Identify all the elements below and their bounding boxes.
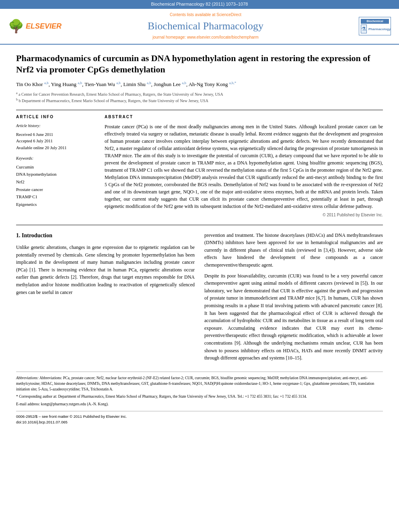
accepted-date: Accepted 6 July 2011 <box>16 138 97 145</box>
corresponding-footnote: * Corresponding author at: Department of… <box>16 394 383 399</box>
affil-a: a a Center for Cancer Prevention Researc… <box>16 91 383 97</box>
abstract-text: Prostate cancer (PCa) is one of the most… <box>105 123 383 210</box>
bp-logo-box: Biochemical ⚗ Pharmacology <box>359 17 391 35</box>
doi-text: doi:10.1016/j.bcp.2011.07.065 <box>16 419 383 425</box>
keyword-curcumin: Curcumin <box>16 163 97 171</box>
body-col-right: prevention and treatment. The histone de… <box>204 232 383 365</box>
homepage-label: journal homepage: <box>152 35 186 39</box>
authors-line: Tin Oo Khor a,b, Ying Huang a,b, Tien-Yu… <box>16 80 383 88</box>
issn-text: 0006-2952/$ – see front matter © 2011 Pu… <box>16 414 383 419</box>
footnotes-area: Abbreviations: Abbreviations: PCa, prost… <box>16 372 383 407</box>
keyword-epigenetics: Epigenetics <box>16 201 97 208</box>
abbreviations-text: Abbreviations: PCa, prostate cancer; Nrf… <box>16 376 374 392</box>
intro-paragraph2: prevention and treatment. The histone de… <box>204 232 383 269</box>
sciencedirect-name[interactable]: ScienceDirect <box>216 12 241 17</box>
section-divider <box>16 225 383 225</box>
article-info-header: ARTICLE INFO <box>16 114 97 120</box>
body-two-col: 1. Introduction Unlike genetic alteratio… <box>16 232 383 365</box>
bottom-bar: 0006-2952/$ – see front matter © 2011 Pu… <box>16 411 383 425</box>
article-title: Pharmacodynamics of curcumin as DNA hypo… <box>16 53 383 76</box>
affil-b: b b Department of Pharmaceutics, Ernest … <box>16 97 383 104</box>
contents-label: Contents lists available at <box>170 12 215 17</box>
journal-center-header: Contents lists available at ScienceDirec… <box>52 12 359 41</box>
introduction-title: 1. Introduction <box>16 232 195 240</box>
affiliations: a a Center for Cancer Prevention Researc… <box>16 91 383 104</box>
intro-paragraph3: Despite its poor bioavailability, curcum… <box>204 272 383 362</box>
journal-header: 🌳 ELSEVIER Contents lists available at S… <box>0 9 399 45</box>
elsevier-tree-icon: 🌳 <box>8 20 24 33</box>
abbrev-label: Abbreviations: <box>16 376 39 380</box>
keyword-dna: DNA hypomethylation <box>16 170 97 178</box>
elsevier-logo: 🌳 ELSEVIER <box>8 20 44 33</box>
homepage-url[interactable]: www.elsevier.com/locate/biochempharm <box>187 35 259 39</box>
abstract-col: ABSTRACT Prostate cancer (PCa) is one of… <box>105 114 383 218</box>
keywords-section: Keywords: Curcumin DNA hypomethylation N… <box>16 156 97 208</box>
section-title-text: Introduction <box>22 232 52 238</box>
bp-logo-top: Biochemical <box>361 19 389 24</box>
body-col-left: 1. Introduction Unlike genetic alteratio… <box>16 232 195 365</box>
keywords-label: Keywords: <box>16 156 97 162</box>
keyword-nrf2: Nrf2 <box>16 178 97 186</box>
history-label: Article history: <box>16 123 97 129</box>
email-text: E-mail address: kongt@pharmacy.rutgers.e… <box>16 402 109 406</box>
article-info-abstract: ARTICLE INFO Article history: Received 6… <box>16 110 383 218</box>
abbreviations-footnote: Abbreviations: Abbreviations: PCa, prost… <box>16 375 383 392</box>
journal-citation-bar: Biochemical Pharmacology 82 (2011) 1073–… <box>0 0 399 9</box>
bp-logo-text: Pharmacology <box>368 27 391 31</box>
email-footnote: E-mail address: kongt@pharmacy.rutgers.e… <box>16 401 383 407</box>
article-info-col: ARTICLE INFO Article history: Received 6… <box>16 114 97 218</box>
section-number: 1. <box>16 232 21 238</box>
keyword-prostate: Prostate cancer <box>16 186 97 193</box>
keyword-tramp: TRAMP C1 <box>16 193 97 201</box>
corresponding-text: * Corresponding author at: Department of… <box>16 394 307 398</box>
sciencedirect-line: Contents lists available at ScienceDirec… <box>52 12 359 18</box>
article-content: Pharmacodynamics of curcumin as DNA hypo… <box>0 45 399 433</box>
received-date: Received 6 June 2011 <box>16 131 97 138</box>
journal-citation: Biochemical Pharmacology 82 (2011) 1073–… <box>151 2 248 6</box>
copyright-line: © 2011 Published by Elsevier Inc. <box>105 212 383 218</box>
bp-logo-icon: ⚗ <box>361 25 367 33</box>
journal-homepage: journal homepage: www.elsevier.com/locat… <box>52 35 359 41</box>
available-date: Available online 20 July 2011 <box>16 145 97 152</box>
intro-paragraph1: Unlike genetic alterations, changes in g… <box>16 244 195 296</box>
journal-title: Biochemical Pharmacology <box>52 18 359 34</box>
abstract-header: ABSTRACT <box>105 114 383 120</box>
